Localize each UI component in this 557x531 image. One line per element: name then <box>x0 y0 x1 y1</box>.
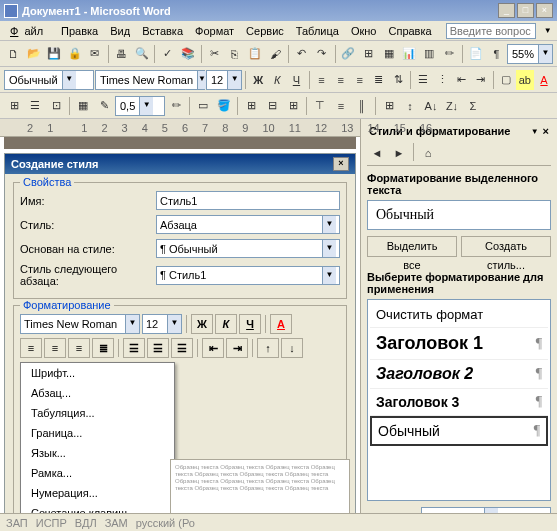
insert-rows-icon[interactable]: ⊞ <box>241 96 261 116</box>
new-style-button[interactable]: Создать стиль... <box>461 236 551 257</box>
next-style-combo[interactable]: ¶ Стиль1▼ <box>156 266 340 285</box>
ask-question-input[interactable] <box>446 23 536 39</box>
style-list-item[interactable]: Заголовок 2¶ <box>370 360 548 389</box>
menu-format[interactable]: Формат <box>189 23 240 39</box>
align-left-icon[interactable]: ≡ <box>312 70 330 90</box>
dlg-bold-button[interactable]: Ж <box>191 314 213 334</box>
split-cells-icon[interactable]: ⊞ <box>283 96 303 116</box>
dialog-close-button[interactable]: × <box>333 157 349 171</box>
underline-button[interactable]: Ч <box>287 70 305 90</box>
dlg-align-center-icon[interactable]: ≡ <box>44 338 66 358</box>
dlg-spacing1-icon[interactable]: ☰ <box>123 338 145 358</box>
preview-icon[interactable]: 🔍 <box>132 44 151 64</box>
style-list-item[interactable]: Заголовок 3¶ <box>370 389 548 416</box>
dlg-indent-dec-icon[interactable]: ⇤ <box>202 338 224 358</box>
dlg-font-combo[interactable]: Times New Roman▼ <box>20 314 140 334</box>
type-combo[interactable]: Абзаца▼ <box>156 215 340 234</box>
cut-icon[interactable]: ✂ <box>205 44 224 64</box>
style-list-item[interactable]: Обычный¶ <box>370 416 548 446</box>
format-menu-item[interactable]: Язык... <box>21 443 174 463</box>
align-center-icon[interactable]: ≡ <box>332 70 350 90</box>
pane-fwd-icon[interactable]: ► <box>389 143 409 163</box>
undo-icon[interactable]: ↶ <box>292 44 311 64</box>
tool-icon-4[interactable]: ▦ <box>73 96 93 116</box>
email-icon[interactable]: ✉ <box>85 44 104 64</box>
columns-icon[interactable]: ▥ <box>420 44 439 64</box>
menu-insert[interactable]: Вставка <box>136 23 189 39</box>
sort-desc-icon[interactable]: Z↓ <box>442 96 462 116</box>
style-list[interactable]: Очистить форматЗаголовок 1¶Заголовок 2¶З… <box>367 299 551 501</box>
save-icon[interactable]: 💾 <box>45 44 64 64</box>
justify-icon[interactable]: ≣ <box>370 70 388 90</box>
menu-edit[interactable]: Правка <box>55 23 104 39</box>
menu-view[interactable]: Вид <box>104 23 136 39</box>
dlg-align-left-icon[interactable]: ≡ <box>20 338 42 358</box>
redo-icon[interactable]: ↷ <box>312 44 331 64</box>
copy-icon[interactable]: ⎘ <box>225 44 244 64</box>
fmt-painter-icon[interactable]: 🖌 <box>266 44 285 64</box>
tool-icon-3[interactable]: ⊡ <box>46 96 66 116</box>
dlg-italic-button[interactable]: К <box>215 314 237 334</box>
format-menu-item[interactable]: Нумерация... <box>21 483 174 503</box>
align-right-icon[interactable]: ≡ <box>351 70 369 90</box>
new-doc-icon[interactable]: 🗋 <box>4 44 23 64</box>
tool-icon-2[interactable]: ☰ <box>25 96 45 116</box>
dialog-titlebar[interactable]: Создание стиля × <box>5 154 355 174</box>
outdent-icon[interactable]: ⇤ <box>452 70 470 90</box>
research-icon[interactable]: 📚 <box>178 44 197 64</box>
distribute-cols-icon[interactable]: ║ <box>352 96 372 116</box>
style-list-item[interactable]: Заголовок 1¶ <box>370 328 548 360</box>
spell-icon[interactable]: ✓ <box>158 44 177 64</box>
format-menu-item[interactable]: Шрифт... <box>21 363 174 383</box>
menu-tools[interactable]: Сервис <box>240 23 290 39</box>
show-marks-icon[interactable]: ¶ <box>487 44 506 64</box>
dlg-underline-button[interactable]: Ч <box>239 314 261 334</box>
pane-close-icon[interactable]: × <box>543 125 549 137</box>
line-spacing-icon[interactable]: ⇅ <box>389 70 407 90</box>
dlg-spacing15-icon[interactable]: ☰ <box>147 338 169 358</box>
bullets-icon[interactable]: ⋮ <box>433 70 451 90</box>
menu-help[interactable]: Справка <box>382 23 437 39</box>
close-button[interactable]: × <box>536 3 553 18</box>
name-input[interactable]: Стиль1 <box>156 191 340 210</box>
minimize-button[interactable]: _ <box>498 3 515 18</box>
maximize-button[interactable]: □ <box>517 3 534 18</box>
doc-map-icon[interactable]: 📄 <box>466 44 485 64</box>
ask-dropdown-icon[interactable]: ▼ <box>538 24 557 37</box>
dlg-justify-icon[interactable]: ≣ <box>92 338 114 358</box>
menu-table[interactable]: Таблица <box>290 23 345 39</box>
menu-window[interactable]: Окно <box>345 23 383 39</box>
align-top-icon[interactable]: ⊤ <box>310 96 330 116</box>
bold-button[interactable]: Ж <box>249 70 267 90</box>
format-menu-item[interactable]: Граница... <box>21 423 174 443</box>
sort-asc-icon[interactable]: A↓ <box>421 96 441 116</box>
border-style-icon[interactable]: ▭ <box>193 96 213 116</box>
open-icon[interactable]: 📂 <box>24 44 43 64</box>
format-menu-item[interactable]: Рамка... <box>21 463 174 483</box>
dlg-size-combo[interactable]: 12▼ <box>142 314 182 334</box>
paste-icon[interactable]: 📋 <box>245 44 264 64</box>
size-combo[interactable]: 12▼ <box>206 70 242 90</box>
font-combo[interactable]: Times New Roman▼ <box>95 70 205 90</box>
dlg-font-color-button[interactable]: A <box>270 314 292 334</box>
autosum-icon[interactable]: Σ <box>463 96 483 116</box>
dlg-align-right-icon[interactable]: ≡ <box>68 338 90 358</box>
pane-dropdown-icon[interactable]: ▼ <box>531 127 539 136</box>
based-on-combo[interactable]: ¶ Обычный▼ <box>156 239 340 258</box>
pen-color-icon[interactable]: ✏ <box>166 96 186 116</box>
current-style-box[interactable]: Обычный <box>367 200 551 230</box>
distribute-rows-icon[interactable]: ≡ <box>331 96 351 116</box>
format-menu-item[interactable]: Табуляция... <box>21 403 174 423</box>
numbering-icon[interactable]: ☰ <box>414 70 432 90</box>
autoformat-icon[interactable]: ⊞ <box>379 96 399 116</box>
style-list-item[interactable]: Очистить формат <box>370 302 548 328</box>
format-menu-item[interactable]: Абзац... <box>21 383 174 403</box>
merge-cells-icon[interactable]: ⊟ <box>262 96 282 116</box>
text-direction-icon[interactable]: ↕ <box>400 96 420 116</box>
pane-home-icon[interactable]: ⌂ <box>418 143 438 163</box>
tables-borders-icon[interactable]: ⊞ <box>359 44 378 64</box>
insert-table-icon[interactable]: ▦ <box>379 44 398 64</box>
print-icon[interactable]: 🖶 <box>112 44 131 64</box>
menu-file[interactable]: Файл <box>4 23 55 39</box>
indent-icon[interactable]: ⇥ <box>472 70 490 90</box>
